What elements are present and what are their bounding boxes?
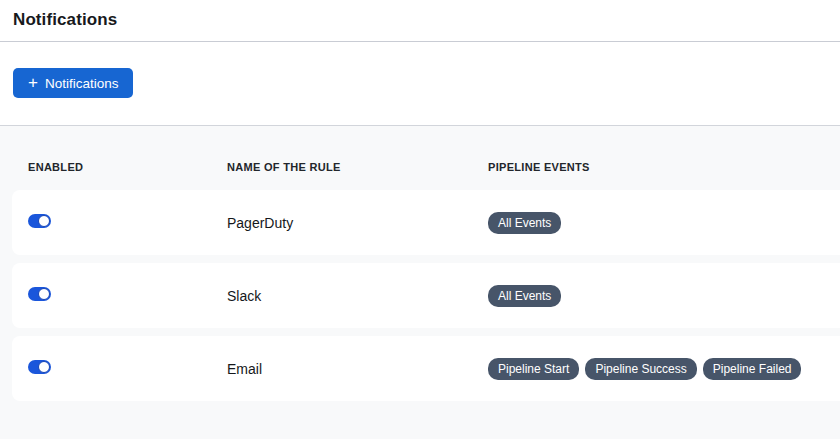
event-badge: All Events [488,285,561,307]
table-row: Email Pipeline StartPipeline SuccessPipe… [12,336,840,401]
toggle-knob [38,215,50,227]
notifications-table: ENABLED NAME OF THE RULE PIPELINE EVENTS… [0,125,840,439]
table-header-row: ENABLED NAME OF THE RULE PIPELINE EVENTS [0,126,840,190]
column-header-pipeline-events: PIPELINE EVENTS [488,161,840,173]
enabled-cell [28,287,227,305]
toolbar: + Notifications [0,42,840,98]
rule-name: Slack [227,288,488,304]
event-badge: All Events [488,212,561,234]
pipeline-events-cell: All Events [488,212,840,234]
column-header-rule-name: NAME OF THE RULE [227,161,488,173]
add-notifications-button[interactable]: + Notifications [13,68,133,98]
rule-name: PagerDuty [227,215,488,231]
add-notifications-label: Notifications [45,76,119,91]
enabled-cell [28,360,227,378]
event-badge: Pipeline Start [488,358,579,380]
page-title: Notifications [13,10,827,30]
table-row: PagerDuty All Events [12,190,840,255]
enabled-cell [28,214,227,232]
pipeline-events-cell: Pipeline StartPipeline SuccessPipeline F… [488,358,840,380]
pipeline-events-cell: All Events [488,285,840,307]
toggle-knob [38,288,50,300]
toggle-knob [38,361,50,373]
table-body: PagerDuty All Events Slack All Events Em… [0,190,840,401]
rule-name: Email [227,361,488,377]
page-header: Notifications [0,0,840,30]
table-row: Slack All Events [12,263,840,328]
enabled-toggle[interactable] [28,214,51,228]
enabled-toggle[interactable] [28,360,51,374]
plus-icon: + [28,74,38,91]
event-badge: Pipeline Success [585,358,696,380]
column-header-enabled: ENABLED [28,161,227,173]
enabled-toggle[interactable] [28,287,51,301]
event-badge: Pipeline Failed [703,358,802,380]
